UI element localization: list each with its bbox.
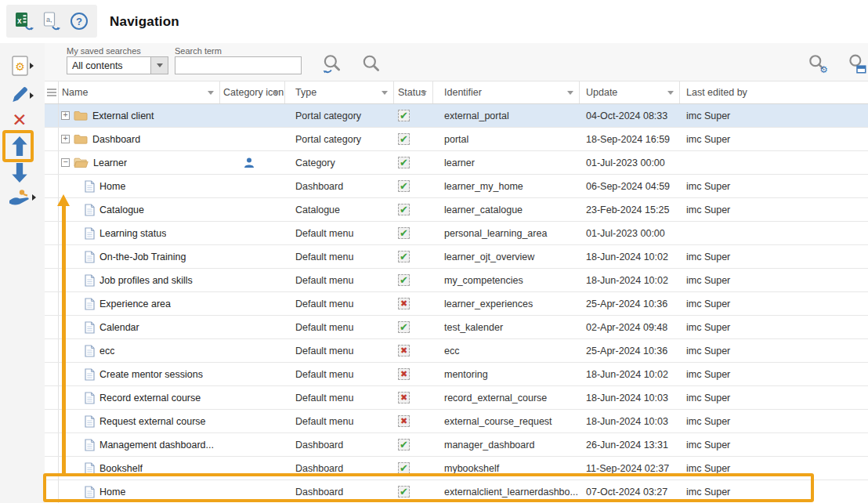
filter-dropdown-icon[interactable]	[273, 91, 279, 95]
search-button[interactable]	[360, 52, 383, 76]
check-icon: ✔	[400, 157, 408, 168]
svg-text:x: x	[17, 16, 22, 25]
page-icon	[85, 227, 95, 240]
table-row[interactable]: CatalogueCatalogue✔learner_catalogue23-F…	[45, 198, 868, 222]
help-button[interactable]: ?	[68, 10, 90, 32]
move-up-icon	[9, 135, 30, 157]
tree-expander-icon[interactable]: +	[61, 111, 70, 120]
cross-icon: ✖	[400, 417, 407, 425]
excel-export-button[interactable]: x	[13, 10, 35, 32]
status-cell: ✖	[394, 363, 433, 385]
name-cell: Management dashboard...	[59, 433, 220, 456]
identifier-cell: external_portal	[433, 104, 580, 127]
status-checkbox: ✔	[398, 321, 410, 333]
item-name: Learner	[93, 157, 127, 168]
table-body: +External clientPortal category✔external…	[45, 104, 868, 503]
category-icon-cell	[220, 104, 285, 127]
column-header-status[interactable]: Status	[394, 81, 433, 103]
folder-closed-icon	[74, 133, 88, 145]
new-content-icon: ⚙	[9, 55, 31, 78]
status-cell: ✔	[394, 222, 433, 244]
export-toolbar: x a,	[6, 5, 97, 38]
table-row[interactable]: Learning statusDefault menu✔personal_lea…	[45, 222, 868, 245]
item-name: Request external course	[99, 416, 206, 427]
table-row[interactable]: Request external courseDefault menu✖exte…	[45, 410, 868, 433]
table-row[interactable]: +External clientPortal category✔external…	[45, 104, 868, 128]
search-settings-button[interactable]: ⚙	[806, 52, 830, 76]
status-checkbox: ✔	[398, 462, 410, 474]
new-content-button[interactable]: ⚙	[6, 55, 33, 78]
type-cell: Default menu	[285, 269, 394, 291]
folder-open-icon	[74, 157, 89, 168]
category-icon-cell	[220, 292, 285, 315]
edit-flyout-icon[interactable]	[30, 92, 34, 99]
move-down-button[interactable]	[6, 161, 33, 184]
filter-dropdown-icon[interactable]	[667, 91, 674, 95]
table-row[interactable]: eccDefault menu✖ecc25-Apr-2024 10:36imc …	[45, 339, 868, 363]
identifier-cell: learner_ojt_overview	[433, 245, 580, 268]
table-row[interactable]: CalendarDefault menu✔test_kalender02-Apr…	[45, 316, 868, 339]
table-row[interactable]: Experience areaDefault menu✖learner_expe…	[45, 292, 868, 316]
page-icon	[85, 392, 95, 404]
dropdown-caret-button[interactable]	[150, 57, 168, 74]
identifier-cell: learner_my_home	[433, 175, 580, 197]
filter-dropdown-icon[interactable]	[382, 91, 388, 95]
update-cell: 18-Jun-2024 10:03	[580, 386, 680, 409]
status-checkbox: ✔	[398, 274, 410, 286]
category-icon-cell	[220, 457, 285, 479]
assign-button[interactable]	[6, 187, 33, 208]
table-row[interactable]: −LearnerCategory✔learner01-Jul-2023 00:0…	[45, 151, 868, 175]
new-content-flyout-icon[interactable]	[30, 63, 34, 69]
filter-dropdown-icon[interactable]	[421, 91, 427, 95]
tree-expander-icon[interactable]: −	[61, 158, 70, 167]
reset-search-icon	[321, 53, 343, 75]
column-header-handle[interactable]	[45, 81, 59, 103]
filter-dropdown-icon[interactable]	[567, 91, 573, 95]
reset-search-button[interactable]	[320, 52, 344, 76]
last-edited-by-cell: imc Super	[680, 292, 868, 315]
table-row[interactable]: Record external courseDefault menu✖recor…	[45, 386, 868, 410]
saved-searches-value: All contents	[67, 60, 150, 71]
page-icon	[85, 204, 95, 216]
edit-button[interactable]	[6, 85, 33, 104]
type-cell: Dashboard	[285, 480, 394, 503]
column-header-category-icon[interactable]: Category icon	[220, 81, 285, 103]
table-row[interactable]: On-the-Job TrainingDefault menu✔learner_…	[45, 245, 868, 269]
column-header-identifier[interactable]: Identifier	[433, 81, 580, 103]
table-row[interactable]: Job profiles and skillsDefault menu✔my_c…	[45, 269, 868, 292]
table-row[interactable]: BookshelfDashboard✔mybookshelf11-Sep-202…	[45, 457, 868, 480]
svg-text:⚙: ⚙	[15, 60, 25, 73]
row-handle-cell	[45, 269, 59, 291]
name-cell: Record external course	[59, 386, 220, 409]
tree-expander-icon[interactable]: +	[61, 135, 70, 143]
move-up-button[interactable]	[6, 135, 33, 157]
search-display-icon	[846, 53, 868, 75]
table-row[interactable]: Management dashboard...Dashboard✔manager…	[45, 433, 868, 457]
last-edited-by-cell: imc Super	[680, 128, 868, 150]
page-icon	[85, 368, 95, 381]
assign-flyout-icon[interactable]	[32, 194, 36, 201]
column-header-last-edited-by[interactable]: Last edited by	[680, 81, 868, 103]
status-cell: ✖	[394, 386, 433, 409]
column-header-name[interactable]: Name	[59, 81, 220, 103]
identifier-cell: learner_catalogue	[433, 198, 580, 221]
column-header-update[interactable]: Update	[580, 81, 680, 103]
table-row[interactable]: HomeDashboard✔learner_my_home06-Sep-2024…	[45, 175, 868, 198]
update-cell: 23-Feb-2024 15:25	[580, 198, 680, 221]
filter-dropdown-icon[interactable]	[208, 91, 214, 95]
status-cell: ✖	[394, 292, 433, 315]
search-display-button[interactable]	[845, 52, 868, 76]
table-row[interactable]: Create mentor sessionsDefault menu✖mento…	[45, 363, 868, 386]
text-export-button[interactable]: a,	[41, 10, 63, 32]
row-handle-cell	[45, 151, 59, 174]
page-icon	[85, 345, 95, 357]
svg-text:a,: a,	[46, 16, 52, 24]
delete-button[interactable]: ✕	[6, 111, 33, 128]
item-name: Job profiles and skills	[99, 275, 193, 286]
identifier-cell: externalclient_learnerdashbo...	[433, 480, 580, 503]
search-term-input[interactable]	[175, 56, 302, 74]
table-row[interactable]: +DashboardPortal category✔portal18-Sep-2…	[45, 128, 868, 151]
column-header-type[interactable]: Type	[285, 81, 394, 103]
table-row[interactable]: HomeDashboard✔externalclient_learnerdash…	[45, 480, 868, 503]
saved-searches-select[interactable]: All contents	[67, 56, 168, 74]
